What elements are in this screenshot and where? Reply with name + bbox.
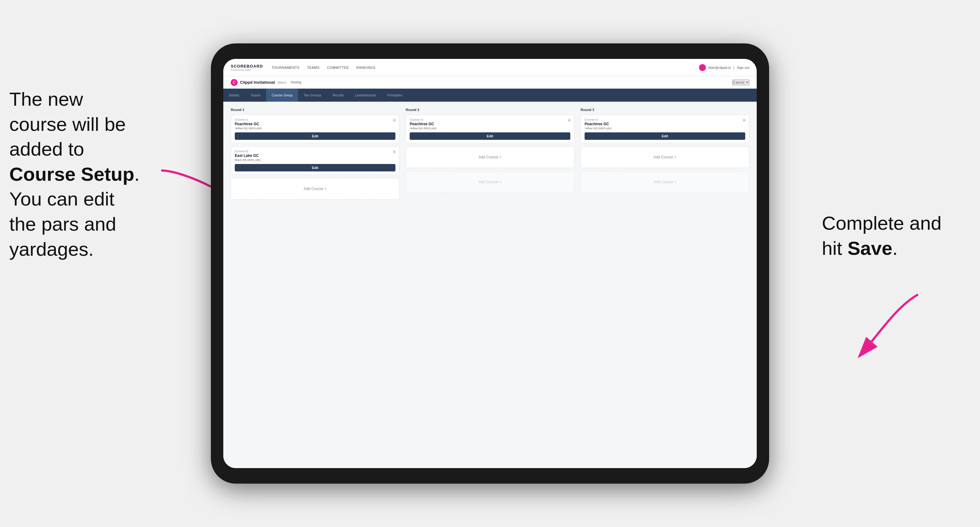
nav-tournaments[interactable]: TOURNAMENTS: [272, 66, 299, 70]
round-2-course-a-tee: Yellow (M) (6629 yds): [410, 127, 570, 130]
tournament-gender: (Men): [278, 81, 286, 84]
round-2-column: Round 2 ⊗ (Course A) Peachtree GC Yellow…: [406, 108, 574, 203]
tablet-screen: SCOREBOARD Powered by clippd TOURNAMENTS…: [223, 59, 757, 468]
round-3-add-course-text-2: Add Course +: [654, 180, 676, 184]
tournament-name: Clippd Invitational: [240, 80, 275, 85]
nav-teams[interactable]: TEAMS: [307, 66, 320, 70]
tab-results[interactable]: Results: [327, 89, 350, 102]
tab-teams[interactable]: Teams: [245, 89, 266, 102]
sub-header: C Clippd Invitational (Men) Hosting Canc…: [223, 76, 757, 89]
round-3-course-a-name: Peachtree GC: [585, 122, 745, 126]
arrow-right-icon: [834, 288, 927, 363]
round-2-course-a-name: Peachtree GC: [410, 122, 570, 126]
round-2-add-course-button[interactable]: Add Course +: [406, 146, 574, 168]
sub-header-left: C Clippd Invitational (Men) Hosting: [231, 79, 301, 86]
tab-printables[interactable]: Printables: [382, 89, 408, 102]
round-2-add-course-text: Add Course +: [479, 155, 501, 159]
round-3-course-a-tee: Yellow (M) (6629 yds): [585, 127, 745, 130]
round-3-course-a-card: ⊗ (Course A) Peachtree GC Yellow (M) (66…: [581, 115, 749, 143]
logo-title: SCOREBOARD: [231, 64, 263, 68]
tab-leaderboards[interactable]: Leaderboards: [350, 89, 382, 102]
round-1-add-course-button[interactable]: Add Course +: [231, 178, 399, 200]
round-1-course-a-label: (Course A): [235, 118, 395, 121]
cancel-button[interactable]: Cancel ✕: [732, 80, 749, 85]
round-2-course-a-card: ⊗ (Course A) Peachtree GC Yellow (M) (66…: [406, 115, 574, 143]
round-1-course-b-label: (Course B): [235, 150, 395, 153]
scoreboard-logo: SCOREBOARD Powered by clippd: [231, 64, 263, 71]
round-3-add-course-button-2: Add Course +: [581, 171, 749, 193]
round-3-title: Round 3: [581, 108, 749, 112]
nav-links: TOURNAMENTS TEAMS COMMITTEE RANKINGS: [272, 66, 699, 70]
hosting-badge: Hosting: [291, 81, 301, 84]
sign-out-link[interactable]: Sign out: [737, 66, 749, 70]
right-annotation: Complete and hit Save.: [822, 211, 971, 261]
round-1-course-b-name: East Lake GC: [235, 154, 395, 158]
tab-course-setup[interactable]: Course Setup: [266, 89, 298, 102]
round-2-course-a-edit-button[interactable]: Edit: [410, 132, 570, 140]
left-annotation: The new course will be added to Course S…: [9, 87, 183, 262]
rounds-grid: Round 1 ⊗ (Course A) Peachtree GC Yellow…: [231, 108, 749, 203]
tab-bar: Details Teams Course Setup Tee Groups Re…: [223, 89, 757, 102]
round-3-add-course-button[interactable]: Add Course +: [581, 146, 749, 168]
clippd-logo-icon: C: [231, 79, 237, 86]
user-email: blair@clippd.io: [708, 66, 731, 70]
round-2-course-a-label: (Course A): [410, 118, 570, 121]
annotation-text-right: Complete and hit Save.: [822, 212, 942, 259]
round-1-course-a-card: ⊗ (Course A) Peachtree GC Yellow (M) (66…: [231, 115, 399, 143]
round-3-course-a-label: (Course A): [585, 118, 745, 121]
round-3-course-a-edit-button[interactable]: Edit: [585, 132, 745, 140]
nav-right: blair@clippd.io | Sign out: [699, 64, 749, 71]
round-1-course-b-edit-button[interactable]: Edit: [235, 164, 395, 171]
round-1-course-a-name: Peachtree GC: [235, 122, 395, 126]
round-2-title: Round 2: [406, 108, 574, 112]
round-3-column: Round 3 ⊗ (Course A) Peachtree GC Yellow…: [581, 108, 749, 203]
main-content: Round 1 ⊗ (Course A) Peachtree GC Yellow…: [223, 102, 757, 468]
round-1-course-b-tee: Black (M) (6891 yds): [235, 159, 395, 162]
top-navigation: SCOREBOARD Powered by clippd TOURNAMENTS…: [223, 59, 757, 76]
nav-rankings[interactable]: RANKINGS: [356, 66, 375, 70]
user-avatar: [699, 64, 706, 71]
round-1-course-a-delete-button[interactable]: ⊗: [392, 117, 397, 122]
annotation-text: The new course will be added to Course S…: [9, 88, 140, 260]
tab-tee-groups[interactable]: Tee Groups: [298, 89, 327, 102]
tablet-device: SCOREBOARD Powered by clippd TOURNAMENTS…: [211, 43, 769, 484]
round-2-course-a-delete-button[interactable]: ⊗: [566, 117, 571, 122]
nav-committee[interactable]: COMMITTEE: [327, 66, 349, 70]
round-1-course-a-edit-button[interactable]: Edit: [235, 132, 395, 140]
round-1-course-b-delete-button[interactable]: ⊗: [392, 149, 397, 154]
round-2-add-course-button-2: Add Course +: [406, 171, 574, 193]
round-1-add-course-text: Add Course +: [304, 187, 326, 191]
round-1-course-a-tee: Yellow (M) (6629 yds): [235, 127, 395, 130]
round-1-course-b-card: ⊗ (Course B) East Lake GC Black (M) (689…: [231, 146, 399, 175]
round-3-add-course-text: Add Course +: [654, 155, 676, 159]
nav-separator: |: [733, 66, 734, 70]
round-1-column: Round 1 ⊗ (Course A) Peachtree GC Yellow…: [231, 108, 399, 203]
round-1-title: Round 1: [231, 108, 399, 112]
round-3-course-a-delete-button[interactable]: ⊗: [741, 117, 746, 122]
logo-subtitle: Powered by clippd: [231, 68, 263, 71]
tab-details[interactable]: Details: [223, 89, 245, 102]
round-2-add-course-text-2: Add Course +: [479, 180, 501, 184]
